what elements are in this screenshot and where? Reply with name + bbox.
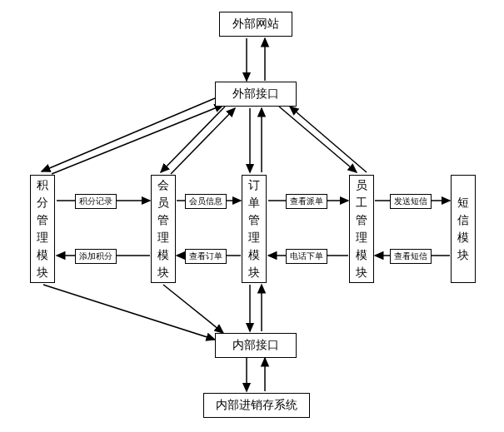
node-label: 员工管理模块 bbox=[356, 176, 367, 281]
node-order-module: 订单管理模块 bbox=[242, 175, 267, 283]
node-sms-module: 短信模块 bbox=[451, 175, 476, 283]
node-label: 内部接口 bbox=[232, 338, 279, 353]
node-label: 积分管理模块 bbox=[37, 176, 48, 281]
edge-label-member-to-order: 会员信息 bbox=[185, 194, 227, 209]
edge-label-staff-to-order: 电话下单 bbox=[286, 249, 327, 264]
node-internal-interface: 内部接口 bbox=[215, 333, 297, 358]
node-label: 内部进销存系统 bbox=[216, 398, 297, 413]
svg-line-18 bbox=[43, 285, 215, 340]
svg-line-2 bbox=[42, 98, 215, 171]
edge-label-member-to-points: 添加积分 bbox=[75, 249, 117, 264]
node-internal-system: 内部进销存系统 bbox=[203, 393, 310, 418]
edge-label-staff-to-sms: 发送短信 bbox=[390, 194, 432, 209]
node-label: 短信模块 bbox=[457, 194, 469, 264]
svg-line-8 bbox=[279, 107, 357, 172]
svg-line-5 bbox=[171, 108, 235, 174]
svg-line-3 bbox=[52, 105, 223, 174]
svg-line-9 bbox=[290, 107, 367, 172]
node-label: 订单管理模块 bbox=[248, 176, 260, 281]
edge-label-order-to-staff: 查看派单 bbox=[286, 194, 327, 209]
node-external-site: 外部网站 bbox=[219, 12, 292, 37]
edge-label-order-to-member: 查看订单 bbox=[185, 249, 227, 264]
edge-label-points-to-member: 积分记录 bbox=[75, 194, 117, 209]
node-external-interface: 外部接口 bbox=[215, 82, 297, 107]
node-points-module: 积分管理模块 bbox=[30, 175, 55, 283]
node-label: 外部接口 bbox=[232, 87, 279, 102]
node-label: 外部网站 bbox=[232, 17, 279, 32]
node-member-module: 会员管理模块 bbox=[151, 175, 176, 283]
edge-label-sms-to-staff: 查看短信 bbox=[390, 249, 432, 264]
node-label: 会员管理模块 bbox=[157, 176, 169, 281]
node-staff-module: 员工管理模块 bbox=[349, 175, 374, 283]
